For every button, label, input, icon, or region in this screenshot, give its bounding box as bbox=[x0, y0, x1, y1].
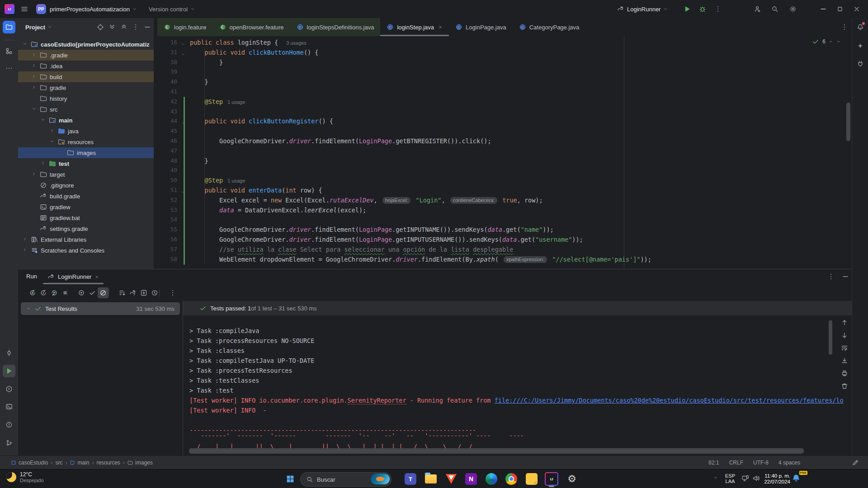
taskbar-chrome-icon[interactable] bbox=[502, 470, 520, 488]
tool-strip-project-folder[interactable] bbox=[3, 21, 15, 33]
rerun-button[interactable] bbox=[27, 287, 38, 298]
tree-item-settings-gradle[interactable]: settings.gradle bbox=[18, 223, 154, 234]
code-line-41[interactable]: 41 bbox=[154, 87, 852, 97]
notification-bell-icon[interactable] bbox=[792, 474, 800, 482]
code-line-47[interactable]: 47 bbox=[154, 146, 852, 156]
chevron-right-icon[interactable] bbox=[50, 127, 54, 134]
more-v-button[interactable] bbox=[167, 287, 178, 298]
code-line-56[interactable]: 56 GoogleChromeDriver.driver.findElement… bbox=[154, 235, 852, 244]
hidden-icons-chevron[interactable] bbox=[713, 475, 718, 480]
start-button[interactable] bbox=[281, 470, 299, 488]
console-file-link[interactable]: file:///C:/Users/Jimmy/Documents/caso%20… bbox=[495, 397, 844, 404]
breadcrumb-main[interactable]: main bbox=[70, 460, 89, 466]
code-line-44[interactable]: 44 public void clickButtonRegister() { bbox=[154, 116, 852, 126]
rerun-failed-button[interactable] bbox=[38, 287, 49, 298]
code-line-51[interactable]: 51 public void enterData(int row) { bbox=[154, 185, 852, 195]
code-line-55[interactable]: 55 GoogleChromeDriver.driver.findElement… bbox=[154, 225, 852, 235]
tab-options-icon[interactable] bbox=[841, 23, 848, 31]
line-separator[interactable]: CRLF bbox=[729, 460, 743, 466]
tree-item-java[interactable]: java bbox=[18, 126, 154, 136]
version-control-menu[interactable]: Version control bbox=[149, 6, 195, 13]
code-line-53[interactable]: 53 data = DataDrivenExcel.leerExcel(exce… bbox=[154, 205, 852, 215]
code-line-39[interactable]: 39 bbox=[154, 67, 852, 77]
run-button[interactable] bbox=[684, 5, 691, 13]
tool-strip-more-tools[interactable] bbox=[3, 62, 15, 75]
weather-widget[interactable]: 12°C Despejado bbox=[6, 471, 44, 483]
code-line-45[interactable]: 45 bbox=[154, 126, 852, 136]
tree-item-gradle[interactable]: gradle bbox=[18, 82, 154, 93]
taskbar-edge-icon[interactable] bbox=[482, 470, 500, 488]
tab-loginpage-java[interactable]: CLoginPage.java bbox=[449, 18, 513, 36]
tree-item--gradle[interactable]: .gradle bbox=[18, 50, 154, 61]
tree-item-gradlew-bat[interactable]: gradlew.bat bbox=[18, 212, 154, 223]
minus-icon[interactable] bbox=[144, 23, 151, 31]
code-line-40[interactable]: 40 } bbox=[154, 77, 852, 87]
taskbar-settings-icon[interactable]: ⚙ bbox=[563, 470, 581, 488]
usages-hint[interactable]: 1 usage bbox=[227, 99, 245, 105]
debug-button[interactable] bbox=[699, 5, 706, 13]
code-line-58[interactable]: 58 WebElement dropdownElement = GoogleCh… bbox=[154, 254, 852, 264]
add-user-icon[interactable] bbox=[754, 5, 761, 13]
track-test-button[interactable] bbox=[76, 287, 87, 298]
tool-strip-services[interactable] bbox=[3, 383, 15, 395]
close-icon[interactable] bbox=[94, 275, 99, 279]
taskbar-notes-icon[interactable] bbox=[523, 470, 541, 488]
code-line-46[interactable]: 46 GoogleChromeDriver.driver.findElement… bbox=[154, 136, 852, 146]
code-line-49[interactable]: 49 bbox=[154, 165, 852, 175]
tree-item-resources[interactable]: resources bbox=[18, 136, 154, 147]
chevron-down-icon[interactable] bbox=[41, 117, 45, 123]
file-encoding[interactable]: UTF-8 bbox=[753, 460, 769, 466]
tree-item-build[interactable]: build bbox=[18, 71, 154, 82]
hide-panel-icon[interactable] bbox=[842, 273, 849, 280]
code-line-54[interactable]: 54 bbox=[154, 215, 852, 225]
settings-gear-icon[interactable] bbox=[789, 5, 797, 13]
tree-item--idea[interactable]: .idea bbox=[18, 61, 154, 71]
test-history-button[interactable] bbox=[149, 287, 160, 298]
search-icon[interactable] bbox=[771, 5, 778, 13]
run-config-selector[interactable]: LoginRunner bbox=[617, 5, 668, 13]
clear-icon[interactable] bbox=[840, 381, 849, 390]
tree-item-gradlew[interactable]: gradlew bbox=[18, 202, 154, 212]
caret-position[interactable]: 82:1 bbox=[708, 460, 719, 466]
tree-item-src[interactable]: src bbox=[18, 104, 154, 115]
breadcrumb-resources[interactable]: resources bbox=[96, 460, 120, 466]
tab-loginstep-java[interactable]: CloginStep.java bbox=[380, 18, 449, 36]
collapse-all-icon[interactable] bbox=[120, 23, 127, 31]
usages-hint[interactable]: 1 usage bbox=[227, 178, 245, 183]
soft-wrap-icon[interactable] bbox=[840, 343, 849, 352]
tree-item-test[interactable]: test bbox=[18, 158, 154, 169]
chevron-right-icon[interactable] bbox=[32, 84, 36, 91]
chevron-right-icon[interactable] bbox=[23, 247, 27, 253]
close-button[interactable] bbox=[849, 2, 864, 16]
taskbar-onenote-icon[interactable]: N bbox=[462, 470, 480, 488]
notifications-icon[interactable] bbox=[855, 22, 866, 33]
code-line-38[interactable]: 38 } bbox=[154, 57, 852, 67]
show-skipped-button[interactable] bbox=[98, 287, 108, 298]
taskbar-explorer-icon[interactable] bbox=[422, 470, 440, 488]
chevron-right-icon[interactable] bbox=[23, 236, 27, 243]
test-results-row[interactable]: Test Results 31 sec 530 ms bbox=[21, 302, 180, 315]
import-results-button[interactable] bbox=[138, 287, 149, 298]
maximize-button[interactable] bbox=[832, 2, 848, 16]
run-tab-loginrunner[interactable]: LoginRunner bbox=[43, 269, 104, 284]
breadcrumb-src[interactable]: src bbox=[55, 460, 62, 466]
chevron-right-icon[interactable] bbox=[32, 62, 36, 69]
more-actions-icon[interactable] bbox=[714, 5, 722, 13]
chevron-right-icon[interactable] bbox=[32, 171, 36, 178]
code-line-43[interactable]: 43 bbox=[154, 107, 852, 117]
auto-test-button[interactable] bbox=[49, 287, 60, 298]
chevron-down-icon[interactable] bbox=[23, 41, 27, 47]
tree-item-external-libraries[interactable]: External Libraries bbox=[18, 234, 154, 245]
project-selector[interactable]: primerProyectoAutomatizacion bbox=[50, 6, 137, 13]
tab-login-feature[interactable]: login.feature bbox=[157, 18, 213, 36]
tree-item-casoestudio[interactable]: casoEstudio [primerProyectoAutomatiz bbox=[18, 39, 154, 50]
taskbar-intellij-icon[interactable]: IJ bbox=[542, 470, 561, 488]
chevron-right-icon[interactable] bbox=[41, 160, 45, 167]
chevron-down-icon[interactable] bbox=[50, 138, 54, 145]
console-vscrollbar[interactable] bbox=[829, 320, 832, 355]
code-line-57[interactable]: 57 //se utiliza la clase Select para sel… bbox=[154, 244, 852, 254]
tree-item-history[interactable]: history bbox=[18, 93, 154, 104]
chevron-down-icon[interactable] bbox=[32, 106, 36, 113]
tree-item-build-gradle[interactable]: build.gradle bbox=[18, 191, 154, 202]
project-avatar[interactable]: PP bbox=[36, 4, 46, 14]
